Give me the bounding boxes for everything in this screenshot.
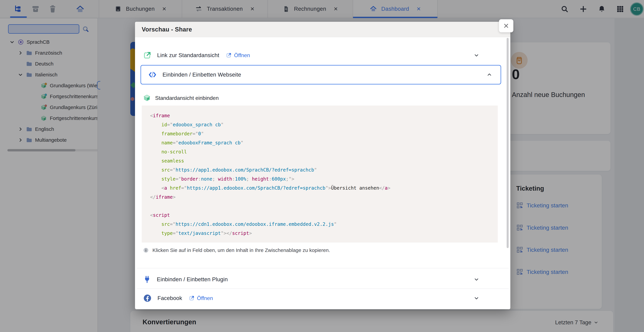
chevron-down-icon (474, 295, 479, 301)
open-standard-view-link[interactable]: Öffnen (226, 52, 250, 58)
code-line: name="edooboxFrame_sprach cb" (150, 138, 493, 148)
code-line: no-scroll (150, 148, 493, 157)
modal-scrollbar[interactable] (507, 38, 509, 248)
chevron-down-icon (474, 277, 479, 282)
facebook-icon (143, 294, 152, 303)
accordion-embed-webseite[interactable]: Einbinden / Einbetten Webseite (140, 65, 501, 84)
copy-info-text: Klicken Sie auf in Feld oben, um den Inh… (152, 247, 330, 253)
code-line: <iframe (150, 111, 493, 120)
code-line: <script (150, 211, 493, 220)
copy-info-row: Klicken Sie auf in Feld oben, um den Inh… (143, 245, 330, 255)
plug-icon (143, 275, 151, 283)
external-link-small-icon (189, 295, 194, 301)
accordion-label: Link zur Standardansicht (157, 52, 219, 58)
code-line: </iframe> (150, 193, 493, 202)
code-icon (148, 70, 157, 79)
accordion-link-standard-view[interactable]: Link zur Standardansicht Öffnen (143, 45, 495, 65)
modal-title: Vorschau - Share (142, 26, 192, 33)
code-line: seamless (150, 157, 493, 166)
divider (137, 289, 509, 289)
code-line: style="border:none; width:100%; height:6… (150, 174, 493, 183)
code-line: type="text/javascript"></script> (150, 229, 493, 238)
code-line: frameborder="0" (150, 129, 493, 138)
chevron-down-icon (474, 52, 479, 58)
code-line: <a href="https://app1.edoobox.com/Sprach… (150, 183, 493, 193)
accordion-label: Einbinden / Einbetten Webseite (162, 72, 241, 78)
accordion-label: Einbinden / Einbetten Plugin (157, 276, 228, 283)
code-line (150, 202, 493, 211)
chevron-up-icon (486, 72, 492, 78)
share-preview-modal: Vorschau - Share Link zur Standardansich… (135, 22, 510, 309)
code-line: id="edoobox_sprach cb" (150, 120, 493, 129)
embed-standard-view-label: Standardansicht einbinden (155, 95, 219, 101)
embed-standard-view-row: Standardansicht einbinden (143, 92, 219, 104)
accordion-embed-plugin[interactable]: Einbinden / Einbetten Plugin (143, 269, 495, 290)
code-line: src="https://app1.edoobox.com/SprachCB/?… (150, 166, 493, 174)
accordion-label: Facebook (158, 295, 182, 301)
divider (137, 268, 509, 268)
code-line: src="https://cdn1.edoobox.com/edoobox.if… (150, 220, 493, 229)
embed-code-block[interactable]: <iframe id="edoobox_sprach cb" framebord… (142, 106, 498, 243)
external-link-small-icon (226, 52, 232, 58)
cube-icon (143, 94, 151, 102)
open-facebook-link[interactable]: Öffnen (189, 295, 213, 301)
info-icon (143, 247, 149, 253)
accordion-facebook[interactable]: Facebook Öffnen (143, 290, 495, 307)
modal-header: Vorschau - Share (135, 22, 510, 37)
close-icon[interactable] (499, 19, 513, 32)
external-link-icon (143, 51, 152, 59)
